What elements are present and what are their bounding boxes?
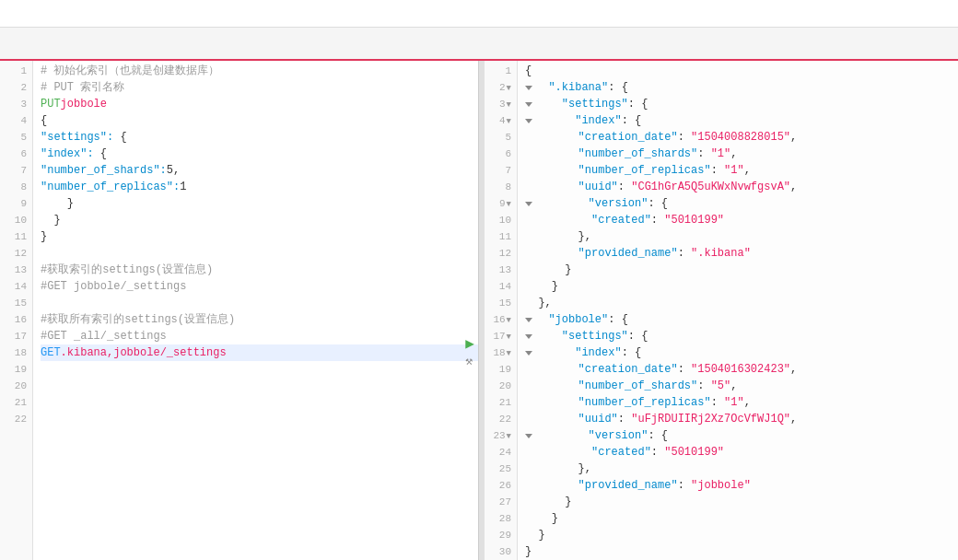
resp-line-6: "number_of_shards": "1",: [525, 146, 958, 162]
main-content: 12345678910111213141516171819202122 # 初始…: [0, 61, 958, 560]
resp-line-25: },: [525, 461, 958, 477]
resp-line-3: "settings": {: [525, 96, 958, 112]
resp-line-num-15: 15: [485, 295, 511, 311]
resp-line-num-14: 14: [485, 278, 511, 295]
resp-line-num-6: 6: [485, 146, 511, 162]
resp-line-8: "uuid": "CG1hGrA5Q5uKWxNvwfgsvA",: [525, 179, 958, 195]
editor-line-20: [41, 378, 478, 394]
resp-line-24: "created": "5010199": [525, 444, 958, 461]
editor-line-7: "number_of_shards":5,: [41, 162, 478, 179]
resp-line-num-7: 7: [485, 162, 511, 179]
resp-line-20: "number_of_shards": "5",: [525, 378, 958, 394]
editor-line-16: #获取所有索引的settings(设置信息): [41, 311, 478, 328]
resp-line-num-27: 27: [485, 494, 511, 510]
resp-line-29: }: [525, 527, 958, 543]
resp-line-26: "provided_name": "jobbole": [525, 477, 958, 494]
resp-line-num-8: 8: [485, 179, 511, 195]
resp-line-num-16: 16▼: [485, 311, 511, 328]
resp-line-num-3: 3▼: [485, 96, 511, 112]
code-editor[interactable]: 12345678910111213141516171819202122 # 初始…: [0, 61, 478, 560]
resp-line-num-21: 21: [485, 394, 511, 411]
resp-line-num-19: 19: [485, 361, 511, 378]
response-panel: 12▼3▼4▼56789▼10111213141516▼17▼18▼192021…: [485, 61, 958, 560]
resp-line-19: "creation_date": "1504016302423",: [525, 361, 958, 378]
resp-line-num-26: 26: [485, 477, 511, 494]
editor-line-2: # PUT 索引名称: [41, 79, 478, 96]
editor-line-13: #获取索引的settings(设置信息): [41, 262, 478, 278]
resp-line-num-28: 28: [485, 510, 511, 527]
resp-line-11: },: [525, 228, 958, 245]
editor-line-6: "index": {: [41, 146, 478, 162]
line-numbers: 12345678910111213141516171819202122: [0, 61, 33, 560]
response-line-numbers: 12▼3▼4▼56789▼10111213141516▼17▼18▼192021…: [485, 61, 518, 560]
editor-line-8: "number_of_replicas":1: [41, 179, 478, 195]
editor-line-18: GET .kibana,jobbole/_settings ▶ ⚒: [41, 344, 478, 361]
resp-line-13: }: [525, 262, 958, 278]
code-lines: # 初始化索引（也就是创建数据库）# PUT 索引名称PUT jobbole{ …: [33, 61, 478, 560]
editor-line-11: }: [41, 228, 478, 245]
resp-line-num-13: 13: [485, 262, 511, 278]
resp-line-num-24: 24: [485, 444, 511, 461]
editor-line-9: }: [41, 195, 478, 212]
resp-line-27: }: [525, 494, 958, 510]
resp-line-num-29: 29: [485, 527, 511, 543]
resp-line-28: }: [525, 510, 958, 527]
resp-line-num-4: 4▼: [485, 112, 511, 129]
resp-line-num-18: 18▼: [485, 344, 511, 361]
resp-line-num-30: 30: [485, 543, 511, 560]
editor-panel: 12345678910111213141516171819202122 # 初始…: [0, 61, 479, 560]
editor-line-3: PUT jobbole: [41, 96, 478, 112]
resp-line-17: "settings": {: [525, 328, 958, 344]
resp-line-num-23: 23▼: [485, 427, 511, 444]
resp-line-num-11: 11: [485, 228, 511, 245]
resp-line-23: "version": {: [525, 427, 958, 444]
resp-line-14: }: [525, 278, 958, 295]
resp-line-num-12: 12: [485, 245, 511, 262]
resp-line-7: "number_of_replicas": "1",: [525, 162, 958, 179]
resp-line-4: "index": {: [525, 112, 958, 129]
panel-divider[interactable]: [479, 61, 485, 560]
editor-line-1: # 初始化索引（也就是创建数据库）: [41, 63, 478, 79]
editor-line-19: [41, 361, 478, 378]
editor-line-14: #GET jobbole/_settings: [41, 278, 478, 295]
editor-line-4: {: [41, 112, 478, 129]
resp-line-num-22: 22: [485, 411, 511, 427]
resp-line-18: "index": {: [525, 344, 958, 361]
editor-line-15: [41, 295, 478, 311]
resp-line-num-20: 20: [485, 378, 511, 394]
resp-line-num-25: 25: [485, 461, 511, 477]
editor-line-17: #GET _all/_settings: [41, 328, 478, 344]
resp-line-2: ".kibana": {: [525, 79, 958, 96]
resp-line-num-9: 9▼: [485, 195, 511, 212]
resp-line-5: "creation_date": "1504008828015",: [525, 129, 958, 146]
app-header: [0, 0, 958, 28]
resp-line-16: "jobbole": {: [525, 311, 958, 328]
resp-line-10: "created": "5010199": [525, 212, 958, 228]
resp-line-num-10: 10: [485, 212, 511, 228]
resp-line-9: "version": {: [525, 195, 958, 212]
run-button[interactable]: ▶: [465, 336, 474, 353]
resp-line-12: "provided_name": ".kibana": [525, 245, 958, 262]
resp-line-15: },: [525, 295, 958, 311]
resp-line-num-1: 1: [485, 63, 511, 79]
editor-line-22: [41, 411, 478, 427]
editor-line-21: [41, 394, 478, 411]
resp-line-30: }: [525, 543, 958, 560]
resp-line-num-5: 5: [485, 129, 511, 146]
editor-line-5: "settings": {: [41, 129, 478, 146]
resp-line-21: "number_of_replicas": "1",: [525, 394, 958, 411]
resp-line-1: {: [525, 63, 958, 79]
resp-line-num-17: 17▼: [485, 328, 511, 344]
resp-line-num-2: 2▼: [485, 79, 511, 96]
response-area: 12▼3▼4▼56789▼10111213141516▼17▼18▼192021…: [485, 61, 958, 560]
resp-line-22: "uuid": "uFjRDUIIRj2Xz7OcVfWJ1Q",: [525, 411, 958, 427]
editor-line-10: }: [41, 212, 478, 228]
response-lines: { ".kibana": { "settings": { "index": { …: [518, 61, 958, 560]
tab-bar: [0, 28, 958, 61]
editor-line-12: [41, 245, 478, 262]
